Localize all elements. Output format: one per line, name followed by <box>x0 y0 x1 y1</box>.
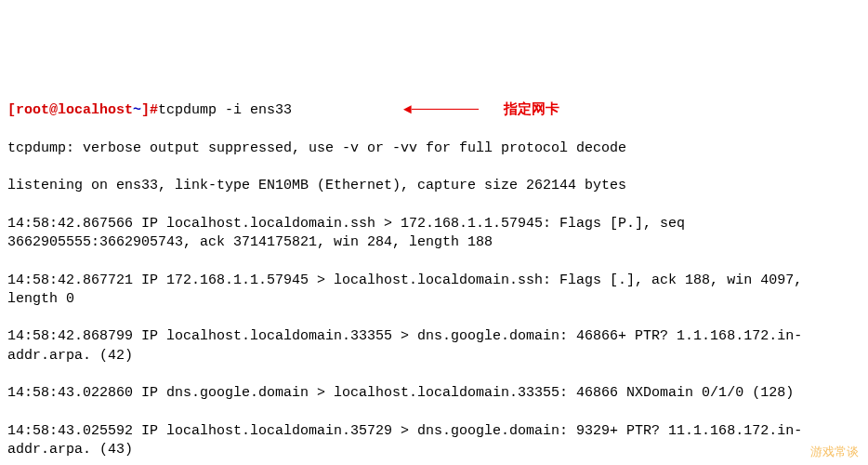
prompt-symbol: ]# <box>141 101 158 120</box>
command-text: tcpdump -i ens33 <box>158 101 292 120</box>
output-line: 14:58:43.022860 IP dns.google.domain > l… <box>7 384 861 403</box>
output-line: listening on ens33, link-type EN10MB (Et… <box>7 177 861 195</box>
arrow-icon: ◄──────── <box>403 101 479 120</box>
output-line: 14:58:42.867566 IP localhost.localdomain… <box>7 215 861 253</box>
output-line: tcpdump: verbose output suppressed, use … <box>7 140 861 158</box>
prompt-line[interactable]: [root@localhost ~]#tcpdump -i ens33◄────… <box>7 101 861 120</box>
prompt-path: ~ <box>133 101 141 120</box>
watermark-label: 游戏常谈 <box>810 444 859 460</box>
output-line: 14:58:42.867721 IP 172.168.1.1.57945 > l… <box>7 272 861 310</box>
output-line: 14:58:42.868799 IP localhost.localdomain… <box>7 327 861 365</box>
terminal-screen: [root@localhost ~]#tcpdump -i ens33◄────… <box>7 83 861 465</box>
prompt-user-host: [root@localhost <box>7 101 133 120</box>
output-line: 14:58:43.025592 IP localhost.localdomain… <box>7 422 861 460</box>
annotation-label: 指定网卡 <box>504 101 559 120</box>
